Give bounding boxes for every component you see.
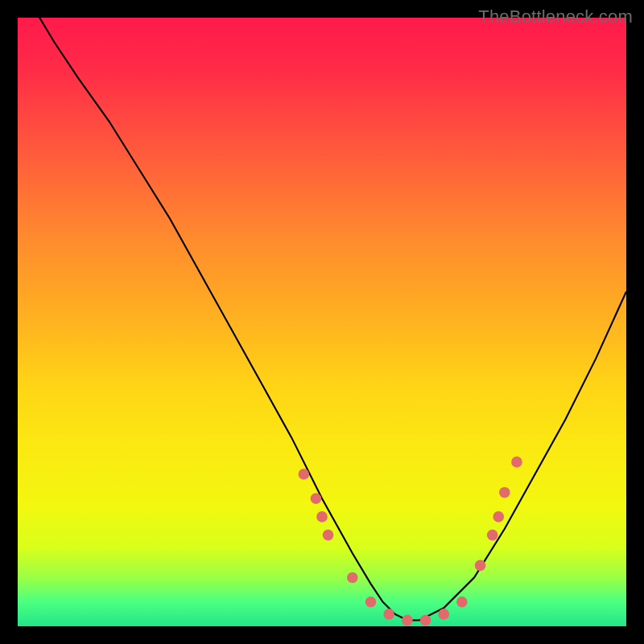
data-point — [316, 511, 328, 522]
data-point — [420, 615, 431, 626]
data-point — [383, 609, 394, 620]
plot-area — [18, 18, 626, 626]
data-point — [347, 572, 358, 584]
data-point — [299, 469, 310, 480]
data-point — [365, 597, 377, 608]
data-point — [456, 597, 468, 608]
scatter-points — [299, 456, 522, 625]
data-point — [323, 530, 334, 541]
data-point — [475, 560, 486, 572]
data-point — [499, 487, 510, 498]
data-point — [493, 511, 504, 522]
watermark-text: TheBottleneck.com — [478, 6, 633, 27]
data-point — [402, 615, 413, 626]
chart-svg — [18, 18, 626, 626]
chart-container: TheBottleneck.com — [0, 0, 644, 644]
data-point — [311, 493, 322, 504]
curve-line — [18, 18, 626, 620]
data-point — [511, 456, 522, 468]
data-point — [438, 609, 449, 620]
data-point — [487, 530, 498, 541]
curve-path — [18, 18, 626, 620]
